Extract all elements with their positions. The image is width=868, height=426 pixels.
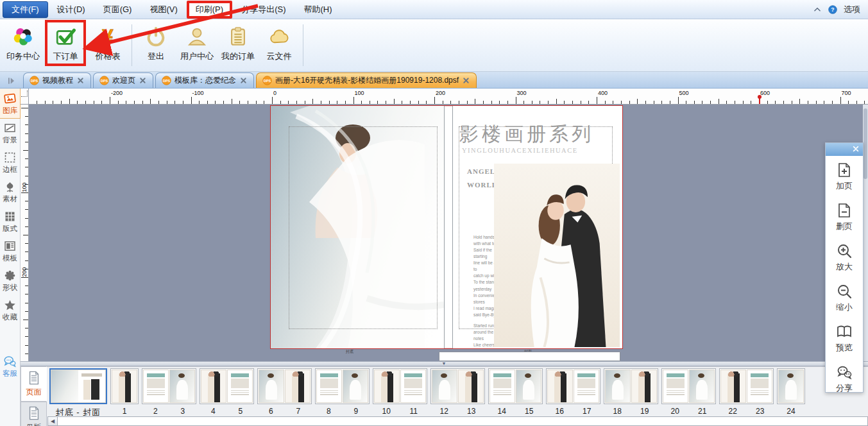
expand-panel-icon[interactable] bbox=[1, 74, 21, 88]
page-thumbnail[interactable] bbox=[259, 370, 284, 402]
thumbnail-panel-splitter[interactable]: ▼ bbox=[20, 361, 868, 366]
page-thumbnail[interactable] bbox=[690, 370, 714, 402]
thumbnail-box[interactable] bbox=[719, 368, 774, 404]
panel-button-share[interactable]: 分享 bbox=[826, 358, 863, 398]
sidebar-item-material[interactable]: 素材 bbox=[0, 177, 20, 207]
page-thumbnail[interactable] bbox=[663, 370, 688, 402]
thumbnail-box[interactable] bbox=[110, 368, 139, 404]
design-canvas[interactable]: 影楼画册系列 YINGLOUHUACEXILIEHUACE ANGEL IN T… bbox=[29, 105, 868, 361]
menu-item[interactable]: 分享导出(S) bbox=[232, 1, 294, 18]
toolbar-button-logout[interactable]: 登出 bbox=[135, 19, 176, 71]
options-menu[interactable]: 选项 bbox=[844, 4, 860, 15]
document-tab[interactable]: DPS画册-大16开硬壳精装-影楼结婚画册190919-1208.dpsf bbox=[256, 72, 477, 88]
ruler-tick bbox=[25, 243, 28, 244]
thumbnail-box[interactable] bbox=[257, 368, 312, 404]
sidebar-item-service[interactable]: 客服 bbox=[0, 352, 20, 381]
menu-item[interactable]: 印刷(P) bbox=[187, 1, 232, 19]
page-thumbnail[interactable] bbox=[317, 370, 341, 402]
thumbnail-box[interactable] bbox=[488, 368, 543, 404]
thumbnail-box[interactable] bbox=[142, 368, 196, 404]
album-spread[interactable]: 影楼画册系列 YINGLOUHUACEXILIEHUACE ANGEL IN T… bbox=[270, 105, 623, 349]
page-thumbnail[interactable] bbox=[285, 370, 310, 402]
page-thumbnail[interactable] bbox=[201, 370, 226, 402]
document-tab[interactable]: DPS欢迎页 bbox=[93, 72, 153, 88]
thumbnail-box[interactable] bbox=[315, 368, 370, 404]
page-thumbnail[interactable] bbox=[606, 370, 630, 402]
sidebar-item-layout-grid[interactable]: 版式 bbox=[0, 207, 20, 236]
tab-close-icon[interactable] bbox=[139, 76, 147, 85]
document-tab[interactable]: DPS模板库：恋爱纪念 bbox=[155, 72, 254, 88]
sidebar-item-favorite[interactable]: 收藏 bbox=[0, 295, 20, 325]
thumbnail-box[interactable] bbox=[49, 368, 107, 404]
sidebar-item-background[interactable]: 背景 bbox=[0, 118, 20, 148]
panel-button-add-page[interactable]: 加页 bbox=[826, 156, 863, 196]
menu-item[interactable]: 视图(V) bbox=[140, 1, 186, 18]
album-subtitle-text[interactable]: YINGLOUHUACEXILIEHUACE bbox=[462, 147, 578, 154]
collapse-ribbon-icon[interactable] bbox=[813, 5, 822, 14]
tab-close-icon[interactable] bbox=[239, 76, 248, 85]
thumbnail-group: 23 bbox=[142, 368, 196, 416]
thumbnail-box[interactable] bbox=[373, 368, 427, 404]
thumbnail-box[interactable] bbox=[777, 368, 805, 404]
ruler-tick bbox=[223, 101, 224, 104]
page-thumbnail[interactable] bbox=[548, 370, 572, 402]
toolbar-button-user-center[interactable]: 用户中心 bbox=[176, 19, 217, 71]
page-thumbnail[interactable] bbox=[112, 370, 137, 402]
page-thumbnail[interactable] bbox=[574, 370, 599, 402]
menu-item[interactable]: 帮助(H) bbox=[294, 1, 341, 18]
toolbar-button-print-center[interactable]: 印务中心 bbox=[3, 19, 44, 71]
ruler-tick bbox=[25, 201, 28, 201]
toolbar-button-cloud-file[interactable]: 云文件 bbox=[259, 19, 300, 71]
page-thumbnail[interactable] bbox=[375, 370, 399, 402]
panel-button-delete-page[interactable]: 删页 bbox=[826, 196, 863, 237]
menu-item[interactable]: 文件(F) bbox=[3, 1, 48, 18]
page-thumbnail[interactable] bbox=[490, 370, 515, 402]
scrollbar-track[interactable] bbox=[58, 416, 868, 426]
page-thumbnail[interactable] bbox=[632, 370, 656, 402]
page-thumbnail[interactable] bbox=[170, 370, 194, 402]
page-thumbnail[interactable] bbox=[516, 370, 541, 402]
background-icon bbox=[3, 121, 17, 135]
page-thumbnail[interactable] bbox=[459, 370, 483, 402]
canvas-horizontal-scrollbar[interactable] bbox=[439, 352, 620, 361]
menu-item[interactable]: 页面(G) bbox=[94, 1, 141, 18]
toolbar-button-price-list[interactable]: ¥价格表 bbox=[87, 19, 128, 71]
back-cover-page-photo[interactable] bbox=[271, 106, 444, 348]
panel-button-zoom-in[interactable]: 放大 bbox=[826, 237, 863, 277]
panel-button-preview[interactable]: 预览 bbox=[826, 318, 863, 358]
thumbnail-box[interactable] bbox=[200, 368, 254, 404]
document-tab[interactable]: DPS视频教程 bbox=[23, 72, 91, 88]
canvas-vertical-scrollbar[interactable] bbox=[863, 105, 868, 361]
couple-photo[interactable] bbox=[494, 164, 620, 347]
toolbar-button-my-orders[interactable]: 我的订单 bbox=[217, 19, 259, 71]
album-title-text[interactable]: 影楼画册系列 bbox=[459, 121, 620, 148]
panel-button-zoom-out[interactable]: 缩小 bbox=[826, 277, 863, 318]
page-panel-tab[interactable]: 母版 bbox=[21, 402, 47, 426]
sidebar-item-gallery[interactable]: 图库 bbox=[0, 89, 20, 118]
thumbnail-box[interactable] bbox=[546, 368, 600, 404]
page-thumbnail[interactable] bbox=[401, 370, 425, 402]
tab-close-icon[interactable] bbox=[462, 76, 470, 85]
help-icon[interactable]: ? bbox=[828, 4, 838, 15]
sidebar-item-template[interactable]: 模板 bbox=[0, 236, 20, 266]
page-thumbnail[interactable] bbox=[747, 370, 772, 402]
tab-close-icon[interactable] bbox=[76, 76, 85, 85]
scroll-left-arrow-icon[interactable]: ◀ bbox=[47, 416, 58, 426]
page-thumbnail[interactable] bbox=[721, 370, 745, 402]
page-thumbnail[interactable] bbox=[144, 370, 168, 402]
cover-thumbnail[interactable] bbox=[51, 370, 105, 402]
page-panel-tab[interactable]: 页面 bbox=[21, 366, 47, 402]
sidebar-item-shape[interactable]: 形状 bbox=[0, 266, 20, 295]
toolbar-button-place-order[interactable]: 下订单 bbox=[45, 20, 86, 66]
thumbnail-box[interactable] bbox=[430, 368, 485, 404]
front-cover-page[interactable]: 影楼画册系列 YINGLOUHUACEXILIEHUACE ANGEL IN T… bbox=[453, 106, 622, 348]
page-thumbnail[interactable] bbox=[228, 370, 252, 402]
close-icon[interactable] bbox=[852, 144, 860, 155]
thumbnail-box[interactable] bbox=[604, 368, 658, 404]
page-thumbnail[interactable] bbox=[432, 370, 457, 402]
page-thumbnail[interactable] bbox=[343, 370, 368, 402]
sidebar-item-border-frame[interactable]: 边框 bbox=[0, 148, 20, 177]
thumbnail-box[interactable] bbox=[661, 368, 716, 404]
page-thumbnail[interactable] bbox=[779, 370, 803, 402]
menu-item[interactable]: 设计(D) bbox=[48, 1, 94, 18]
